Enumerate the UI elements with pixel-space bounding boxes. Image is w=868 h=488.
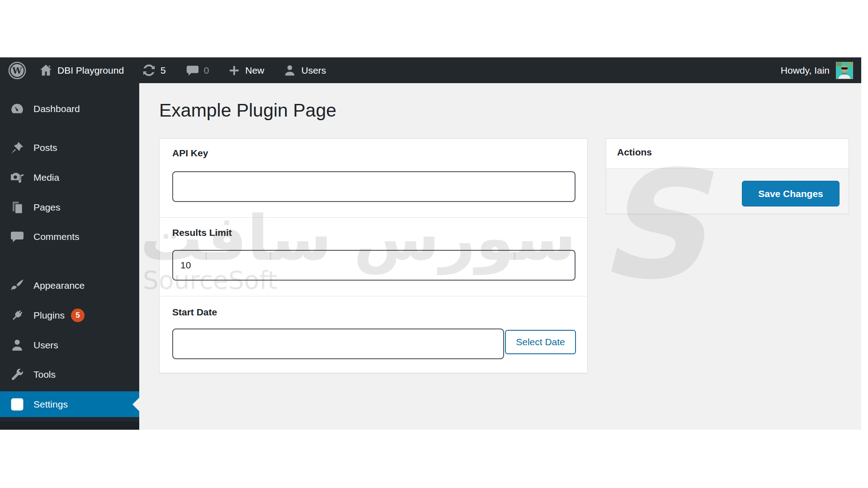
actions-card: Actions Save Changes bbox=[606, 138, 849, 214]
sidebar-item-pages[interactable]: Pages bbox=[0, 195, 139, 220]
row-divider bbox=[160, 217, 587, 218]
admin-bar: W DBI Playground bbox=[0, 57, 861, 83]
active-item-notch bbox=[132, 398, 139, 411]
sidebar-item-media[interactable]: Media bbox=[0, 165, 139, 190]
sidebar-item-label: Tools bbox=[33, 369, 56, 380]
start-date-label: Start Date bbox=[172, 307, 217, 318]
actions-header: Actions bbox=[606, 139, 849, 168]
comment-icon bbox=[186, 64, 199, 77]
sidebar-item-label: Media bbox=[33, 172, 59, 183]
sidebar-item-comments[interactable]: Comments bbox=[0, 225, 139, 249]
actions-title: Actions bbox=[617, 147, 652, 158]
sidebar-item-label: Comments bbox=[33, 231, 80, 242]
howdy-text: Howdy, Iain bbox=[781, 65, 830, 76]
settings-sliders-icon bbox=[9, 396, 25, 413]
sidebar-item-label: Pages bbox=[33, 202, 61, 213]
sidebar-item-appearance[interactable]: Appearance bbox=[0, 273, 139, 298]
sidebar-item-dashboard[interactable]: Dashboard bbox=[0, 97, 139, 121]
wrench-icon bbox=[9, 366, 25, 383]
site-menu[interactable]: DBI Playground bbox=[39, 63, 124, 77]
comments-count: 0 bbox=[204, 65, 209, 76]
pages-icon bbox=[9, 199, 25, 216]
api-key-input[interactable] bbox=[172, 171, 576, 202]
users-label: Users bbox=[301, 65, 326, 76]
sidebar-item-label: Users bbox=[33, 340, 58, 351]
paintbrush-icon bbox=[9, 277, 25, 294]
sidebar-item-users[interactable]: Users bbox=[0, 333, 139, 357]
save-changes-button[interactable]: Save Changes bbox=[742, 181, 840, 206]
new-label: New bbox=[245, 65, 264, 76]
user-avatar bbox=[836, 62, 853, 79]
plug-icon bbox=[9, 307, 25, 324]
settings-form-card: API Key Results Limit Start Date Select … bbox=[159, 138, 588, 373]
sidebar-item-label: Appearance bbox=[33, 280, 85, 291]
user-icon bbox=[9, 337, 25, 353]
sidebar-item-tools[interactable]: Tools bbox=[0, 362, 139, 387]
actions-body: Save Changes bbox=[606, 168, 849, 214]
sidebar-item-label: Posts bbox=[33, 142, 57, 153]
refresh-icon bbox=[142, 63, 156, 77]
results-limit-input[interactable] bbox=[172, 250, 576, 281]
comment-bubble-icon bbox=[9, 229, 25, 245]
results-limit-label: Results Limit bbox=[172, 227, 232, 238]
sidebar-item-label: Dashboard bbox=[33, 103, 80, 114]
content-area: Example Plugin Page API Key Results Limi… bbox=[139, 83, 861, 430]
user-icon bbox=[283, 64, 297, 77]
row-divider bbox=[160, 296, 587, 296]
svg-text:W: W bbox=[12, 66, 22, 75]
dashboard-icon bbox=[9, 101, 25, 117]
wordpress-logo-icon[interactable]: W bbox=[8, 61, 26, 80]
plus-icon bbox=[228, 64, 241, 77]
select-date-button[interactable]: Select Date bbox=[505, 330, 576, 354]
sidebar-item-plugins[interactable]: Plugins 5 bbox=[0, 303, 139, 328]
home-icon bbox=[39, 63, 53, 77]
sidebar-item-settings[interactable]: Settings bbox=[0, 391, 139, 417]
sidebar-bottom-strip bbox=[0, 422, 139, 430]
new-button[interactable]: New bbox=[228, 64, 264, 77]
start-date-input[interactable] bbox=[172, 328, 504, 359]
admin-sidebar: Dashboard Posts Media bbox=[0, 83, 139, 430]
screenshot-page: W DBI Playground bbox=[0, 0, 868, 488]
wordpress-admin-window: W DBI Playground bbox=[0, 57, 861, 430]
sidebar-item-label: Plugins bbox=[33, 310, 65, 321]
media-icon bbox=[9, 169, 25, 186]
users-button[interactable]: Users bbox=[283, 64, 326, 77]
page-title: Example Plugin Page bbox=[159, 99, 336, 121]
updates-button[interactable]: 5 bbox=[142, 63, 166, 77]
comments-button[interactable]: 0 bbox=[186, 64, 209, 77]
pushpin-icon bbox=[9, 140, 25, 156]
account-menu[interactable]: Howdy, Iain bbox=[781, 62, 853, 79]
plugins-update-badge: 5 bbox=[71, 309, 85, 322]
updates-count: 5 bbox=[160, 65, 166, 76]
sidebar-item-label: Settings bbox=[33, 399, 68, 410]
site-name: DBI Playground bbox=[57, 65, 124, 76]
api-key-label: API Key bbox=[172, 148, 208, 159]
sidebar-item-posts[interactable]: Posts bbox=[0, 136, 139, 160]
